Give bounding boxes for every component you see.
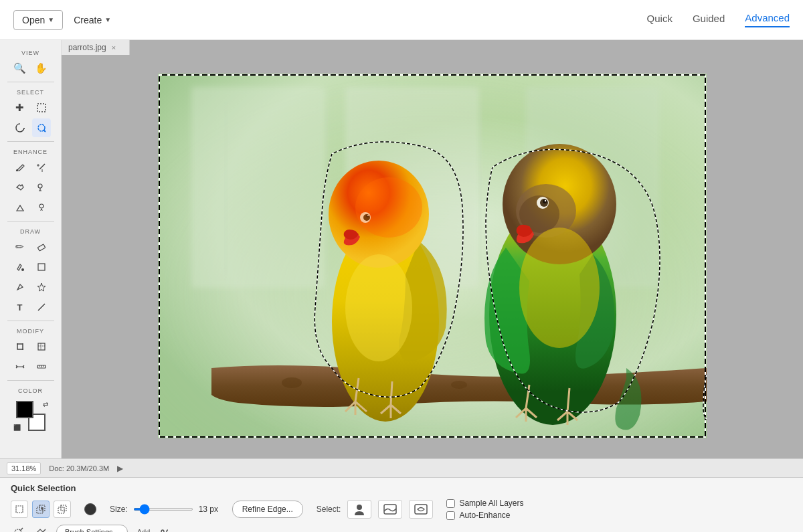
subtract-selection-btn[interactable] bbox=[54, 501, 71, 518]
color-swatches: ⇄ ⬛ bbox=[11, 401, 51, 431]
reset-colors-icon[interactable]: ⬛ bbox=[13, 424, 21, 431]
create-button[interactable]: Create ▼ bbox=[74, 15, 111, 25]
stamp-icon bbox=[37, 183, 46, 192]
brush-settings-button[interactable]: Brush Settings... bbox=[56, 525, 128, 532]
svg-point-41 bbox=[355, 177, 422, 238]
svg-line-4 bbox=[39, 164, 45, 169]
marquee-tool[interactable] bbox=[32, 98, 51, 117]
dodge-tool[interactable] bbox=[11, 198, 29, 217]
open-arrow-icon: ▼ bbox=[48, 16, 54, 23]
foreground-color-swatch[interactable] bbox=[16, 401, 33, 418]
svg-rect-54 bbox=[16, 506, 23, 513]
add-to-selection-btn[interactable] bbox=[32, 501, 50, 518]
status-arrow[interactable]: ▶ bbox=[117, 464, 123, 473]
view-section-label: VIEW bbox=[0, 50, 61, 56]
clone-stamp-tool[interactable] bbox=[32, 178, 51, 197]
enhance-section-label: ENHANCE bbox=[0, 149, 61, 155]
crop-icon bbox=[15, 342, 25, 351]
eraser-tool[interactable] bbox=[32, 238, 51, 256]
zoom-level[interactable]: 31.18% bbox=[7, 462, 41, 474]
select-subject-btn[interactable] bbox=[347, 500, 371, 519]
shape-icon bbox=[37, 262, 46, 272]
open-button[interactable]: Open ▼ bbox=[13, 10, 63, 30]
shape-tool[interactable] bbox=[32, 258, 51, 276]
pencil-tool[interactable]: ✏ bbox=[11, 238, 29, 256]
divider-2 bbox=[7, 141, 54, 142]
magic-wand-icon bbox=[37, 163, 46, 172]
new-selection-btn[interactable] bbox=[11, 501, 28, 518]
svg-rect-16 bbox=[38, 343, 45, 350]
add-to-selection-icon bbox=[36, 505, 46, 514]
type-icon: T bbox=[17, 302, 23, 313]
paint-bucket-tool[interactable] bbox=[11, 258, 29, 276]
canvas-close-button[interactable]: × bbox=[112, 43, 116, 52]
modify-tools-row1 bbox=[11, 337, 51, 356]
lasso-tool[interactable] bbox=[11, 118, 29, 137]
svg-rect-11 bbox=[37, 244, 46, 251]
pen-tool[interactable] bbox=[11, 278, 29, 296]
nav-advanced[interactable]: Advanced bbox=[745, 12, 790, 27]
sample-all-layers-label: Sample All Layers bbox=[459, 499, 523, 508]
object-icon bbox=[414, 503, 428, 515]
svg-point-12 bbox=[21, 268, 24, 271]
select-object-btn[interactable] bbox=[409, 500, 433, 519]
selection-type-buttons bbox=[11, 501, 71, 518]
swap-colors-icon[interactable]: ⇄ bbox=[43, 401, 48, 408]
select-sky-btn[interactable] bbox=[378, 500, 402, 519]
crop-tool[interactable] bbox=[11, 337, 29, 356]
refine-edge-button[interactable]: Refine Edge... bbox=[232, 501, 303, 518]
open-label: Open bbox=[22, 15, 45, 25]
select-label: Select: bbox=[317, 505, 341, 514]
nav-guided[interactable]: Guided bbox=[693, 13, 725, 27]
zoom-tool[interactable]: 🔍 bbox=[11, 59, 29, 78]
draw-tools-row4: T bbox=[11, 298, 51, 317]
auto-enhance-checkbox[interactable]: Auto-Enhance bbox=[446, 511, 523, 520]
marquee-icon bbox=[36, 102, 47, 113]
canvas-tab: parrots.jpg × bbox=[62, 40, 130, 55]
brush-preview bbox=[84, 503, 96, 515]
options-btn[interactable] bbox=[157, 524, 173, 532]
measure-tool[interactable] bbox=[32, 357, 51, 376]
subtract-selection-icon bbox=[58, 505, 67, 514]
transform-tool[interactable] bbox=[11, 357, 29, 376]
svg-point-50 bbox=[545, 200, 546, 201]
line-tool[interactable] bbox=[32, 298, 51, 317]
nav-quick[interactable]: Quick bbox=[647, 13, 673, 27]
sample-all-layers-checkbox[interactable]: Sample All Layers bbox=[446, 499, 523, 508]
auto-enhance-input[interactable] bbox=[446, 511, 455, 520]
type-tool[interactable]: T bbox=[11, 298, 29, 317]
svg-point-3 bbox=[16, 169, 18, 171]
custom-shape-tool[interactable] bbox=[32, 278, 51, 296]
svg-point-42 bbox=[345, 254, 412, 361]
svg-rect-13 bbox=[38, 264, 45, 270]
view-tools: 🔍 ✋ bbox=[11, 59, 51, 78]
magic-wand-tool[interactable] bbox=[32, 158, 51, 177]
recompose-tool[interactable] bbox=[32, 337, 51, 356]
quick-select-tool[interactable] bbox=[32, 118, 51, 137]
quick-select-small-btn[interactable] bbox=[11, 524, 27, 532]
move-tool[interactable]: ✚ bbox=[11, 98, 29, 117]
color-section: ⇄ ⬛ bbox=[0, 401, 61, 431]
svg-point-49 bbox=[543, 199, 547, 203]
canvas-image: @keyframes marchingAnts { 0% { stroke-da… bbox=[158, 74, 707, 438]
brush-size-slider[interactable] bbox=[133, 508, 193, 511]
quick-select-icon bbox=[36, 122, 47, 133]
brush-size-value: 13 px bbox=[199, 505, 219, 514]
top-nav: Quick Guided Advanced bbox=[647, 12, 790, 27]
star-icon bbox=[37, 282, 46, 292]
blur-tool[interactable] bbox=[32, 198, 51, 217]
svg-line-65 bbox=[20, 528, 23, 531]
eye-dropper-tool[interactable] bbox=[11, 158, 29, 177]
smart-select-btn[interactable] bbox=[33, 524, 50, 532]
svg-point-10 bbox=[39, 204, 43, 208]
status-bar: 31.18% Doc: 20.3M/20.3M ▶ bbox=[0, 458, 803, 477]
svg-point-51 bbox=[519, 228, 600, 348]
svg-rect-0 bbox=[37, 104, 46, 112]
brush-size-group: Size: 13 px bbox=[110, 505, 219, 514]
sample-all-layers-input[interactable] bbox=[446, 499, 455, 508]
hand-tool[interactable]: ✋ bbox=[32, 59, 51, 78]
canvas-filename: parrots.jpg bbox=[68, 43, 106, 52]
options-icon bbox=[159, 527, 170, 532]
healing-tool[interactable] bbox=[11, 178, 29, 197]
create-arrow-icon: ▼ bbox=[104, 16, 111, 23]
